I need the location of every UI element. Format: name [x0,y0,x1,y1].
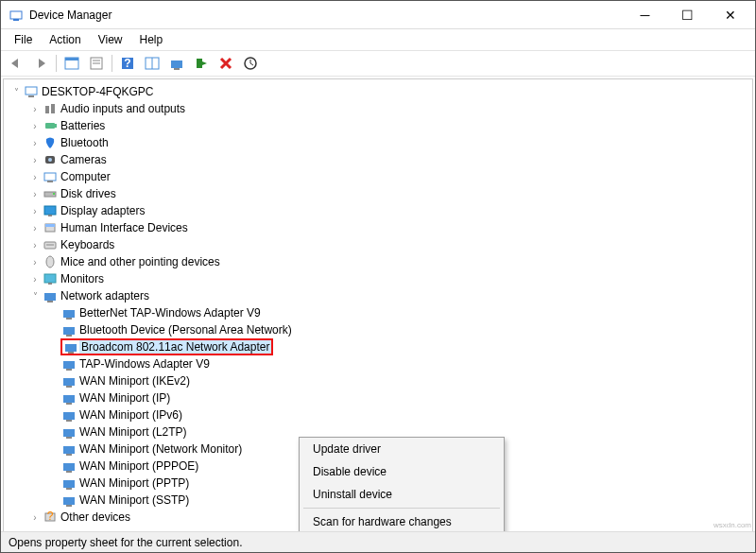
category-label: Mice and other pointing devices [59,255,222,268]
menu-uninstall-device[interactable]: Uninstall device [300,483,504,506]
network-adapter-icon [60,323,77,337]
svg-rect-23 [44,173,56,181]
category-label: Network adapters [59,289,151,302]
expand-icon[interactable]: › [28,512,42,523]
category-label: Cameras [59,153,109,166]
close-button[interactable]: ✕ [709,2,751,28]
device-item[interactable]: TAP-Windows Adapter V9 [47,355,752,372]
device-item[interactable]: BetterNet TAP-Windows Adapter V9 [47,304,752,321]
svg-rect-58 [63,480,75,488]
menubar: File Action View Help [1,29,755,50]
expand-icon[interactable]: › [28,189,42,199]
menu-help[interactable]: Help [132,31,171,48]
tree-category[interactable]: ›Human Interface Devices [28,219,752,236]
tree-category[interactable]: ›Bluetooth [28,134,752,151]
svg-rect-50 [63,412,75,420]
svg-rect-52 [63,429,75,437]
network-adapter-icon [60,374,77,388]
menu-disable-device[interactable]: Disable device [300,460,504,483]
uninstall-device-button[interactable] [215,53,237,74]
svg-rect-19 [45,123,55,129]
svg-rect-55 [66,454,72,456]
minimize-button[interactable]: ─ [624,2,666,28]
svg-rect-40 [63,327,75,335]
device-item[interactable]: WAN Miniport (IP) [47,389,752,406]
tree-category[interactable]: ›Keyboards [28,236,752,253]
expand-icon[interactable]: › [28,121,42,131]
tree-category[interactable]: ˅Network adapters [28,287,752,304]
expand-icon[interactable]: › [28,155,42,165]
collapse-icon[interactable]: ˅ [9,87,23,97]
svg-rect-18 [51,104,55,113]
menu-action[interactable]: Action [42,31,88,48]
back-button[interactable] [5,53,27,74]
tree-category[interactable]: ›Display adapters [28,202,752,219]
category-label: Batteries [59,119,107,132]
device-label: WAN Miniport (PPPOE) [77,459,200,473]
svg-point-33 [46,256,54,268]
collapse-icon[interactable]: ˅ [28,291,42,302]
maximize-button[interactable]: ☐ [666,2,709,28]
network-adapter-icon [60,476,77,490]
category-icon [42,272,59,285]
svg-rect-20 [55,124,57,128]
menu-view[interactable]: View [91,31,130,48]
computer-icon [23,85,40,98]
device-item[interactable]: Bluetooth Device (Personal Area Network) [47,321,752,338]
menu-scan-hardware[interactable]: Scan for hardware changes [300,510,504,532]
watermark: wsxdn.com [713,521,751,529]
show-hide-console-button[interactable] [60,53,83,74]
category-label: Computer [59,170,112,183]
tree-category[interactable]: ›Batteries [28,117,752,134]
device-item[interactable]: WAN Miniport (IKEv2) [47,372,752,389]
app-icon [9,8,24,23]
expand-icon[interactable]: › [28,138,42,148]
svg-rect-13 [197,59,202,68]
selected-device[interactable]: Broadcom 802.11ac Network Adapter [60,338,273,355]
tree-root[interactable]: ˅ DESKTOP-4FQKGPC [9,83,752,100]
expand-icon[interactable]: › [28,274,42,285]
enable-device-button[interactable] [190,53,213,74]
context-menu: Update driver Disable device Uninstall d… [299,437,505,532]
expand-icon[interactable]: › [28,206,42,216]
properties-button[interactable] [85,53,108,74]
tree-category[interactable]: ›Computer [28,168,752,185]
tree-category[interactable]: ›Mice and other pointing devices [28,253,752,270]
device-label: WAN Miniport (SSTP) [77,493,191,507]
window-button[interactable] [141,53,163,74]
svg-rect-59 [66,488,72,490]
device-label: BetterNet TAP-Windows Adapter V9 [77,306,263,320]
svg-rect-56 [63,463,75,471]
expand-icon[interactable]: › [28,104,42,114]
menu-file[interactable]: File [7,31,40,48]
device-item[interactable]: Broadcom 802.11ac Network Adapter [47,338,752,355]
tree-category[interactable]: ›Audio inputs and outputs [28,100,752,117]
svg-rect-24 [47,181,53,182]
scan-hardware-button[interactable] [239,53,262,74]
menu-update-driver[interactable]: Update driver [300,438,504,460]
tree-category[interactable]: ›Monitors [28,270,752,287]
device-label: WAN Miniport (Network Monitor) [77,442,244,456]
svg-rect-46 [63,378,75,386]
tree-category[interactable]: ›Disk drives [28,185,752,202]
network-adapter-icon [60,391,77,405]
svg-rect-48 [63,395,75,403]
expand-icon[interactable]: › [28,172,42,182]
expand-icon[interactable]: › [28,240,42,251]
svg-rect-53 [66,437,72,439]
network-adapter-icon [60,357,77,371]
device-item[interactable]: WAN Miniport (IPv6) [47,406,752,423]
expand-icon[interactable]: › [28,223,42,233]
svg-text:?: ? [47,510,54,523]
svg-rect-17 [45,106,49,113]
category-icon [42,136,59,149]
forward-button[interactable] [29,53,52,74]
tree-category[interactable]: ›Cameras [28,151,752,168]
device-label: WAN Miniport (PPTP) [77,476,191,490]
expand-icon[interactable]: › [28,257,42,268]
window-title: Device Manager [29,9,112,22]
svg-rect-54 [63,446,75,454]
device-tree[interactable]: ˅ DESKTOP-4FQKGPC ›Audio inputs and outp… [3,78,753,532]
help-button[interactable]: ? [116,53,139,74]
update-driver-button[interactable] [165,53,188,74]
